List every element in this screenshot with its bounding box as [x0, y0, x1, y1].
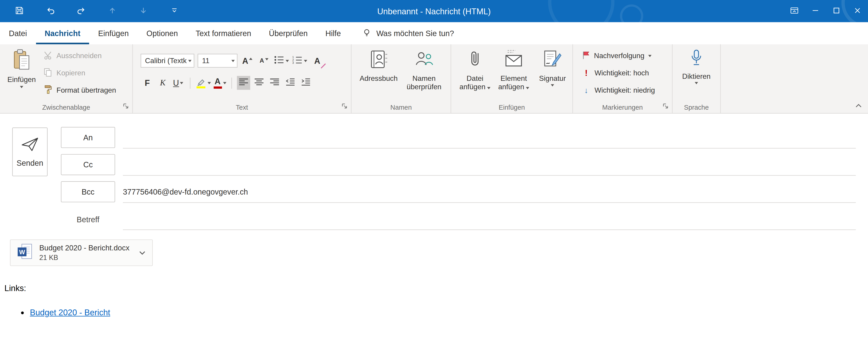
cc-field-underline: [123, 175, 856, 175]
message-body-link-list: Budget 2020 - Bericht: [18, 308, 110, 317]
tags-dialog-launcher[interactable]: [662, 103, 670, 110]
attach-item-dropdown-icon: [526, 87, 529, 89]
to-button[interactable]: An: [61, 127, 115, 148]
paste-button[interactable]: Einfügen: [5, 48, 38, 101]
group-text: Calibri (Textk 11 A A 123 A: [133, 44, 351, 113]
align-center-button[interactable]: [252, 76, 266, 90]
grow-font-caret-icon: [249, 57, 253, 60]
paste-label: Einfügen: [7, 75, 36, 84]
numbering-button[interactable]: 123: [292, 54, 307, 68]
font-color-icon: A: [213, 77, 222, 89]
shrink-font-letter: A: [260, 58, 264, 64]
font-size-combobox[interactable]: 11: [198, 54, 238, 68]
tab-hilfe[interactable]: Hilfe: [316, 22, 350, 45]
minimize-icon: [810, 5, 820, 17]
close-button[interactable]: [847, 0, 868, 22]
arrow-up-icon: [107, 5, 118, 17]
previous-item-button: [106, 3, 119, 19]
follow-up-button[interactable]: Nachverfolgung: [580, 49, 657, 63]
text-dialog-launcher[interactable]: [341, 103, 348, 110]
maximize-icon: [832, 5, 841, 17]
tab-datei[interactable]: Datei: [0, 22, 36, 45]
bcc-field[interactable]: 377756406@dev-fd.onegovgever.ch: [123, 181, 856, 202]
ribbon-display-options-button[interactable]: [784, 0, 805, 22]
align-right-button[interactable]: [268, 76, 281, 90]
font-color-dropdown-icon: [223, 82, 226, 84]
close-icon: [852, 5, 863, 17]
redo-button[interactable]: [75, 3, 88, 19]
font-color-button[interactable]: A: [213, 76, 226, 90]
attachment-meta: Budget 2020 - Bericht.docx 21 KB: [39, 244, 129, 261]
importance-low-label: Wichtigkeit: niedrig: [594, 86, 655, 94]
bcc-button[interactable]: Bcc: [61, 181, 115, 202]
tell-me-box[interactable]: Was möchten Sie tun?: [362, 22, 454, 45]
attachment-size: 21 KB: [39, 254, 129, 261]
document-link[interactable]: Budget 2020 - Bericht: [30, 308, 110, 317]
align-left-button[interactable]: [237, 76, 250, 90]
dictate-button[interactable]: Diktieren: [677, 48, 716, 84]
tab-ueberpruefen[interactable]: Überprüfen: [260, 22, 316, 45]
shrink-font-button[interactable]: A: [257, 54, 271, 68]
dictate-dropdown-icon: [695, 82, 698, 84]
clear-formatting-slash-icon: [321, 63, 326, 68]
lightbulb-icon: [362, 27, 371, 39]
word-file-icon: W: [17, 243, 33, 263]
attachment-dropdown-button[interactable]: [137, 245, 148, 261]
tab-optionen[interactable]: Optionen: [137, 22, 187, 45]
maximize-button[interactable]: [826, 0, 847, 22]
send-button[interactable]: Senden: [12, 127, 48, 176]
text-highlight-button[interactable]: [195, 76, 211, 90]
check-names-label: Namen überprüfen: [402, 74, 445, 91]
scissors-icon: [43, 50, 53, 61]
check-names-button[interactable]: Namen überprüfen: [402, 48, 445, 91]
save-icon: [14, 5, 24, 17]
cc-field[interactable]: [123, 154, 856, 175]
font-color-letter: A: [215, 77, 220, 85]
cut-button: Ausschneiden: [41, 49, 118, 63]
follow-up-label: Nachverfolgung: [594, 52, 644, 60]
font-size-value: 11: [202, 57, 210, 65]
bullets-button[interactable]: [274, 54, 289, 68]
underline-dropdown-icon: [180, 82, 183, 84]
minimize-button[interactable]: [805, 0, 826, 22]
underline-button[interactable]: U: [172, 76, 185, 90]
group-label-namen: Namen: [351, 104, 451, 111]
save-button[interactable]: [13, 3, 26, 19]
customize-quick-access-button[interactable]: [168, 3, 181, 19]
importance-high-button[interactable]: ! Wichtigkeit: hoch: [580, 66, 657, 80]
tab-nachricht[interactable]: Nachricht: [36, 22, 89, 45]
subject-label: Betreff: [61, 215, 115, 224]
grow-font-button[interactable]: A: [241, 54, 254, 68]
undo-button[interactable]: [44, 3, 57, 19]
cc-button[interactable]: Cc: [61, 154, 115, 175]
clipboard-dialog-launcher[interactable]: [122, 103, 130, 110]
address-book-button[interactable]: Adressbuch: [357, 48, 400, 91]
attach-file-label: Datei anfügen: [458, 74, 492, 91]
to-field-underline: [123, 148, 856, 148]
group-label-text: Text: [133, 104, 351, 111]
clear-formatting-button[interactable]: A: [311, 54, 324, 68]
format-painter-button[interactable]: Format übertragen: [41, 83, 118, 97]
tab-text-formatieren[interactable]: Text formatieren: [187, 22, 260, 45]
format-painter-icon: [43, 84, 53, 95]
italic-button[interactable]: K: [156, 76, 169, 90]
tab-einfuegen[interactable]: Einfügen: [89, 22, 137, 45]
attachment-card[interactable]: W Budget 2020 - Bericht.docx 21 KB: [10, 239, 153, 266]
increase-indent-button[interactable]: [299, 76, 312, 90]
font-name-combobox[interactable]: Calibri (Textk: [141, 54, 194, 68]
attach-item-button[interactable]: Element anfügen: [497, 48, 531, 91]
ribbon-tab-bar: Datei Nachricht Einfügen Optionen Text f…: [0, 22, 868, 45]
copy-label: Kopieren: [57, 69, 85, 77]
svg-text:W: W: [19, 249, 25, 256]
decrease-indent-button[interactable]: [283, 76, 297, 90]
subject-field[interactable]: [123, 208, 856, 230]
clipboard-small-buttons: Ausschneiden Kopieren Format übertragen: [41, 49, 118, 97]
bold-button[interactable]: F: [141, 76, 154, 90]
to-field[interactable]: [123, 127, 856, 148]
collapse-ribbon-button[interactable]: [854, 102, 863, 110]
grow-font-letter: A: [242, 57, 248, 65]
importance-low-button[interactable]: ↓ Wichtigkeit: niedrig: [580, 83, 657, 97]
signature-button[interactable]: Signatur: [535, 48, 569, 91]
align-center-icon: [254, 78, 264, 88]
attach-file-button[interactable]: Datei anfügen: [458, 48, 492, 91]
